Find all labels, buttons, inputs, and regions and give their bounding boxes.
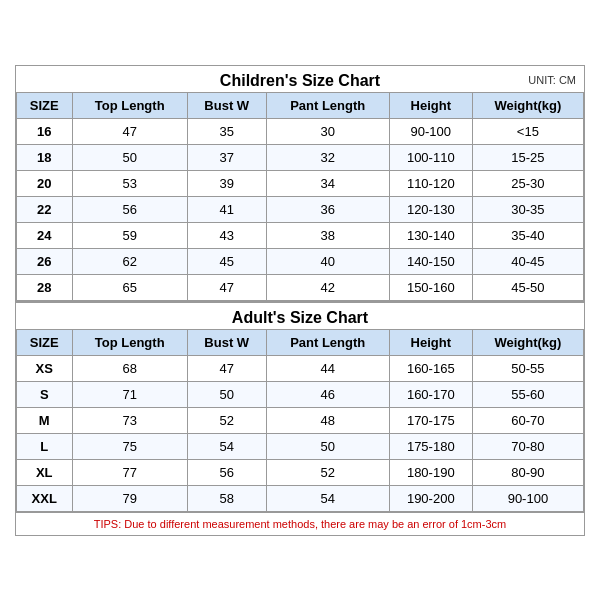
table-cell: 37 bbox=[187, 144, 266, 170]
table-cell: 68 bbox=[72, 355, 187, 381]
table-row: XS684744160-16550-55 bbox=[17, 355, 584, 381]
table-cell: 40-45 bbox=[472, 248, 583, 274]
table-cell: 160-170 bbox=[389, 381, 472, 407]
table-cell: XXL bbox=[17, 485, 73, 511]
table-cell: M bbox=[17, 407, 73, 433]
table-cell: 55-60 bbox=[472, 381, 583, 407]
table-cell: 47 bbox=[187, 355, 266, 381]
table-cell: 60-70 bbox=[472, 407, 583, 433]
table-row: XL775652180-19080-90 bbox=[17, 459, 584, 485]
adult-col-size: SIZE bbox=[17, 329, 73, 355]
table-cell: 45-50 bbox=[472, 274, 583, 300]
col-size: SIZE bbox=[17, 92, 73, 118]
table-cell: 26 bbox=[17, 248, 73, 274]
table-cell: 20 bbox=[17, 170, 73, 196]
table-row: XXL795854190-20090-100 bbox=[17, 485, 584, 511]
table-cell: 42 bbox=[266, 274, 389, 300]
table-cell: 35-40 bbox=[472, 222, 583, 248]
col-bust-w: Bust W bbox=[187, 92, 266, 118]
adults-section-title: Adult's Size Chart bbox=[16, 301, 584, 329]
table-cell: 90-100 bbox=[472, 485, 583, 511]
tips-text: TIPS: Due to different measurement metho… bbox=[16, 512, 584, 535]
table-cell: 70-80 bbox=[472, 433, 583, 459]
table-cell: L bbox=[17, 433, 73, 459]
table-cell: XL bbox=[17, 459, 73, 485]
table-cell: 79 bbox=[72, 485, 187, 511]
table-cell: 150-160 bbox=[389, 274, 472, 300]
table-cell: 46 bbox=[266, 381, 389, 407]
adults-table-body: XS684744160-16550-55S715046160-17055-60M… bbox=[17, 355, 584, 511]
table-row: L755450175-18070-80 bbox=[17, 433, 584, 459]
table-cell: 16 bbox=[17, 118, 73, 144]
table-cell: 48 bbox=[266, 407, 389, 433]
table-cell: 52 bbox=[266, 459, 389, 485]
table-cell: 15-25 bbox=[472, 144, 583, 170]
table-cell: 22 bbox=[17, 196, 73, 222]
table-cell: 24 bbox=[17, 222, 73, 248]
adult-col-height: Height bbox=[389, 329, 472, 355]
adults-header-row: SIZE Top Length Bust W Pant Length Heigh… bbox=[17, 329, 584, 355]
table-cell: 47 bbox=[187, 274, 266, 300]
table-cell: 28 bbox=[17, 274, 73, 300]
table-cell: <15 bbox=[472, 118, 583, 144]
col-weight: Weight(kg) bbox=[472, 92, 583, 118]
table-cell: 32 bbox=[266, 144, 389, 170]
table-cell: 45 bbox=[187, 248, 266, 274]
children-title-text: Children's Size Chart bbox=[220, 72, 380, 89]
table-row: 1647353090-100<15 bbox=[17, 118, 584, 144]
table-cell: 59 bbox=[72, 222, 187, 248]
table-cell: S bbox=[17, 381, 73, 407]
table-row: 24594338130-14035-40 bbox=[17, 222, 584, 248]
table-cell: 160-165 bbox=[389, 355, 472, 381]
table-cell: 53 bbox=[72, 170, 187, 196]
table-cell: 40 bbox=[266, 248, 389, 274]
table-cell: 50 bbox=[72, 144, 187, 170]
table-cell: 170-175 bbox=[389, 407, 472, 433]
table-cell: 180-190 bbox=[389, 459, 472, 485]
table-cell: 50-55 bbox=[472, 355, 583, 381]
children-table-body: 1647353090-100<1518503732100-11015-25205… bbox=[17, 118, 584, 300]
table-cell: 50 bbox=[266, 433, 389, 459]
table-cell: 100-110 bbox=[389, 144, 472, 170]
table-cell: 80-90 bbox=[472, 459, 583, 485]
table-cell: 25-30 bbox=[472, 170, 583, 196]
table-cell: 71 bbox=[72, 381, 187, 407]
adults-title-text: Adult's Size Chart bbox=[232, 309, 368, 326]
col-height: Height bbox=[389, 92, 472, 118]
table-row: 28654742150-16045-50 bbox=[17, 274, 584, 300]
table-row: 22564136120-13030-35 bbox=[17, 196, 584, 222]
table-cell: 130-140 bbox=[389, 222, 472, 248]
table-cell: 30-35 bbox=[472, 196, 583, 222]
col-top-length: Top Length bbox=[72, 92, 187, 118]
table-cell: 56 bbox=[72, 196, 187, 222]
table-cell: 38 bbox=[266, 222, 389, 248]
adult-col-top-length: Top Length bbox=[72, 329, 187, 355]
table-cell: 190-200 bbox=[389, 485, 472, 511]
table-cell: XS bbox=[17, 355, 73, 381]
adult-col-pant-length: Pant Length bbox=[266, 329, 389, 355]
table-cell: 39 bbox=[187, 170, 266, 196]
adult-col-weight: Weight(kg) bbox=[472, 329, 583, 355]
table-cell: 73 bbox=[72, 407, 187, 433]
table-cell: 43 bbox=[187, 222, 266, 248]
table-cell: 75 bbox=[72, 433, 187, 459]
table-cell: 65 bbox=[72, 274, 187, 300]
table-cell: 120-130 bbox=[389, 196, 472, 222]
table-cell: 30 bbox=[266, 118, 389, 144]
table-cell: 47 bbox=[72, 118, 187, 144]
table-cell: 140-150 bbox=[389, 248, 472, 274]
table-cell: 35 bbox=[187, 118, 266, 144]
table-cell: 54 bbox=[266, 485, 389, 511]
table-cell: 90-100 bbox=[389, 118, 472, 144]
table-cell: 77 bbox=[72, 459, 187, 485]
table-cell: 44 bbox=[266, 355, 389, 381]
children-section-title: Children's Size Chart UNIT: CM bbox=[16, 66, 584, 92]
table-row: 26624540140-15040-45 bbox=[17, 248, 584, 274]
children-size-table: SIZE Top Length Bust W Pant Length Heigh… bbox=[16, 92, 584, 301]
table-cell: 41 bbox=[187, 196, 266, 222]
table-cell: 54 bbox=[187, 433, 266, 459]
table-cell: 18 bbox=[17, 144, 73, 170]
adults-size-table: SIZE Top Length Bust W Pant Length Heigh… bbox=[16, 329, 584, 512]
children-header-row: SIZE Top Length Bust W Pant Length Heigh… bbox=[17, 92, 584, 118]
table-cell: 36 bbox=[266, 196, 389, 222]
